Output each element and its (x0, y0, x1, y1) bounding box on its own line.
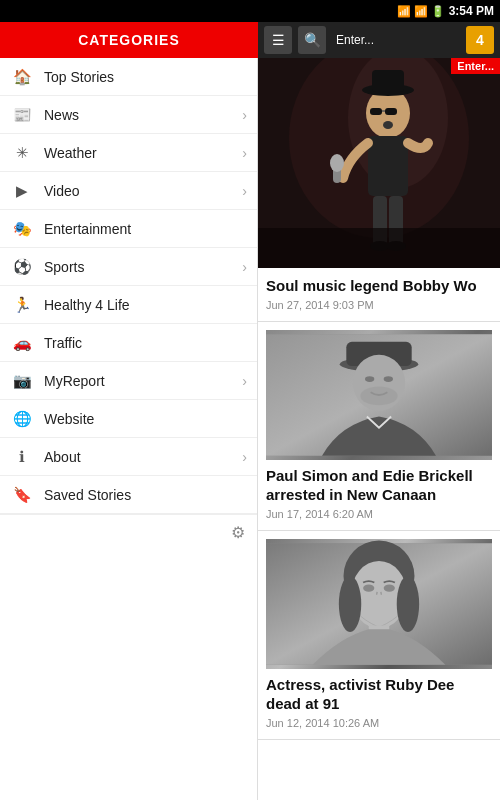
svg-rect-5 (385, 108, 397, 115)
sidebar-item-website[interactable]: 🌐 Website (0, 400, 257, 438)
sidebar-item-label: Healthy 4 Life (44, 297, 247, 313)
svg-point-7 (383, 121, 393, 129)
sidebar-footer: ⚙ (0, 514, 257, 550)
chevron-right-icon: › (242, 259, 247, 275)
sidebar-item-label: About (44, 449, 242, 465)
news-icon: 📰 (10, 103, 34, 127)
main-panel: Enter... Soul music legend Bobby Wo Jun … (258, 58, 500, 800)
about-icon: ℹ (10, 445, 34, 469)
sidebar-header: CATEGORIES (0, 22, 258, 58)
svg-point-10 (330, 154, 344, 172)
section-label: Enter... (336, 33, 374, 47)
video-icon: ▶ (10, 179, 34, 203)
sidebar-item-label: Traffic (44, 335, 247, 351)
sidebar-item-news[interactable]: 📰 News › (0, 96, 257, 134)
app-header: CATEGORIES ☰ 🔍 Enter... 4 (0, 22, 500, 58)
sidebar-item-label: Saved Stories (44, 487, 247, 503)
search-icon: 🔍 (304, 32, 321, 48)
categories-title: CATEGORIES (78, 32, 180, 48)
website-icon: 🌐 (10, 407, 34, 431)
article-bobby-wo[interactable]: Soul music legend Bobby Wo Jun 27, 2014 … (258, 268, 500, 322)
status-time: 3:54 PM (449, 4, 494, 18)
svg-point-25 (360, 386, 397, 405)
svg-rect-12 (372, 70, 404, 92)
sidebar-item-label: Website (44, 411, 247, 427)
chevron-right-icon: › (242, 107, 247, 123)
svg-rect-4 (370, 108, 382, 115)
entertainment-badge: Enter... (451, 58, 500, 74)
article-date: Jun 27, 2014 9:03 PM (266, 299, 492, 311)
svg-point-33 (339, 575, 361, 631)
sidebar-item-label: MyReport (44, 373, 242, 389)
status-icons: 📶 📶 🔋 (397, 5, 445, 18)
sidebar-item-label: Top Stories (44, 69, 247, 85)
svg-rect-17 (258, 228, 500, 268)
svg-point-24 (384, 376, 393, 382)
paul-simon-image (266, 330, 492, 460)
ruby-dee-illustration (266, 539, 492, 669)
chevron-right-icon: › (242, 183, 247, 199)
hamburger-icon: ☰ (272, 32, 285, 48)
hero-image: Enter... (258, 58, 500, 268)
sidebar-item-about[interactable]: ℹ About › (0, 438, 257, 476)
sidebar-item-healthy-life[interactable]: 🏃 Healthy 4 Life (0, 286, 257, 324)
chevron-right-icon: › (242, 145, 247, 161)
chevron-right-icon: › (242, 449, 247, 465)
sidebar-item-label: Sports (44, 259, 242, 275)
sidebar-item-label: News (44, 107, 242, 123)
article-date: Jun 17, 2014 6:20 AM (266, 508, 492, 520)
article-ruby-dee[interactable]: Actress, activist Ruby Dee dead at 91 Ju… (258, 531, 500, 740)
entertainment-icon: 🎭 (10, 217, 34, 241)
sidebar-item-myreport[interactable]: 📷 MyReport › (0, 362, 257, 400)
weather-icon: ✳ (10, 141, 34, 165)
svg-point-23 (365, 376, 374, 382)
svg-rect-8 (368, 136, 408, 196)
sidebar-item-weather[interactable]: ✳ Weather › (0, 134, 257, 172)
hamburger-button[interactable]: ☰ (264, 26, 292, 54)
ruby-dee-image (266, 539, 492, 669)
svg-point-30 (363, 584, 374, 591)
paul-simon-illustration (266, 330, 492, 460)
sidebar-item-top-stories[interactable]: 🏠 Top Stories (0, 58, 257, 96)
sidebar-item-label: Video (44, 183, 242, 199)
chevron-right-icon: › (242, 373, 247, 389)
svg-point-31 (384, 584, 395, 591)
performer-illustration (258, 58, 500, 268)
sidebar-item-saved-stories[interactable]: 🔖 Saved Stories (0, 476, 257, 514)
sidebar-item-label: Weather (44, 145, 242, 161)
sidebar-item-video[interactable]: ▶ Video › (0, 172, 257, 210)
myreport-icon: 📷 (10, 369, 34, 393)
healthy-life-icon: 🏃 (10, 293, 34, 317)
channel-badge: 4 (466, 26, 494, 54)
article-date: Jun 12, 2014 10:26 AM (266, 717, 492, 729)
article-title: Soul music legend Bobby Wo (266, 276, 492, 296)
svg-point-34 (397, 575, 419, 631)
traffic-icon: 🚗 (10, 331, 34, 355)
sidebar: 🏠 Top Stories 📰 News › ✳ Weather › ▶ Vid… (0, 58, 258, 800)
main-header: ☰ 🔍 Enter... 4 (258, 22, 500, 58)
sidebar-item-sports[interactable]: ⚽ Sports › (0, 248, 257, 286)
article-title: Paul Simon and Edie Brickell arrested in… (266, 466, 492, 505)
settings-icon[interactable]: ⚙ (231, 523, 245, 542)
sports-icon: ⚽ (10, 255, 34, 279)
top-stories-icon: 🏠 (10, 65, 34, 89)
article-paul-simon[interactable]: Paul Simon and Edie Brickell arrested in… (258, 322, 500, 531)
content-area: 🏠 Top Stories 📰 News › ✳ Weather › ▶ Vid… (0, 58, 500, 800)
sidebar-item-label: Entertainment (44, 221, 247, 237)
sidebar-item-entertainment[interactable]: 🎭 Entertainment (0, 210, 257, 248)
status-bar: 📶 📶 🔋 3:54 PM (0, 0, 500, 22)
article-title: Actress, activist Ruby Dee dead at 91 (266, 675, 492, 714)
saved-stories-icon: 🔖 (10, 483, 34, 507)
search-button[interactable]: 🔍 (298, 26, 326, 54)
sidebar-item-traffic[interactable]: 🚗 Traffic (0, 324, 257, 362)
